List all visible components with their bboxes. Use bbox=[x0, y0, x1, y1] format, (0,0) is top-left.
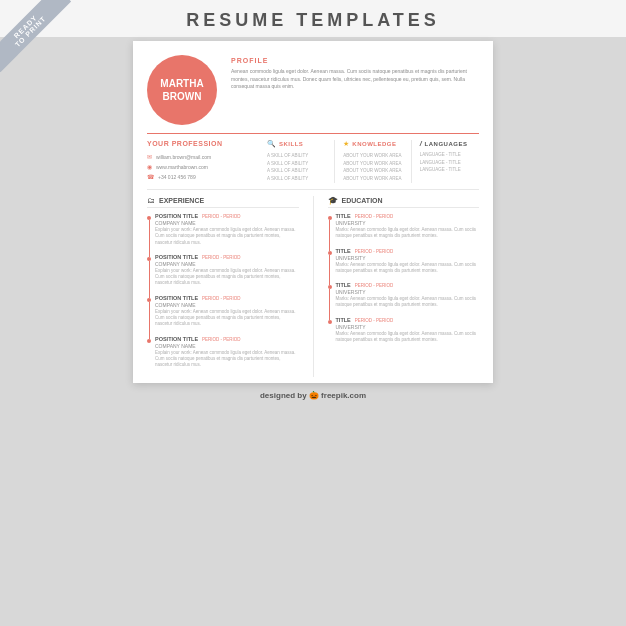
languages-col: / LANGUAGES LANGUAGE - TITLE LANGUAGE - … bbox=[420, 140, 479, 183]
phone-icon: ☎ bbox=[147, 173, 154, 180]
school-1: UNIVERSITY bbox=[336, 220, 480, 226]
job-content-4: POSITION TITLE PERIOD - PERIOD COMPANY N… bbox=[155, 336, 299, 369]
profession-title: YOUR PROFESSION bbox=[147, 140, 257, 147]
divider-v1 bbox=[334, 140, 335, 183]
job-item-1: POSITION TITLE PERIOD - PERIOD COMPANY N… bbox=[147, 213, 299, 246]
footer-text: designed by 🎃 freepik.com bbox=[260, 391, 366, 400]
job-desc-4: Explain your work: Aenean commodo ligula… bbox=[155, 350, 299, 369]
search-icon: 🔍 bbox=[267, 140, 276, 148]
skills-header: 🔍 SKILLS bbox=[267, 140, 326, 148]
timeline-line bbox=[329, 220, 330, 251]
education-header: 🎓 EDUCATION bbox=[328, 196, 480, 208]
contact-email: ✉ william.brown@mail.com bbox=[147, 153, 257, 160]
edu-title-1: TITLE bbox=[336, 213, 351, 219]
profile-section: PROFILE Aenean commodo ligula eget dolor… bbox=[231, 55, 479, 125]
language-1: LANGUAGE - TITLE bbox=[420, 152, 479, 157]
timeline-line bbox=[149, 220, 150, 257]
experience-header: 🗂 EXPERIENCE bbox=[147, 196, 299, 208]
profile-text: Aenean commodo ligula eget dolor. Aenean… bbox=[231, 68, 479, 91]
language-3: LANGUAGE - TITLE bbox=[420, 167, 479, 172]
experience-label: EXPERIENCE bbox=[159, 197, 204, 204]
job-content-1: POSITION TITLE PERIOD - PERIOD COMPANY N… bbox=[155, 213, 299, 246]
email-text: william.brown@mail.com bbox=[156, 154, 211, 160]
edu-content-1: TITLE PERIOD - PERIOD UNIVERSITY Marks: … bbox=[336, 213, 480, 240]
edu-item-2: TITLE PERIOD - PERIOD UNIVERSITY Marks: … bbox=[328, 248, 480, 275]
knowledge-4: ABOUT YOUR WORK AREA bbox=[343, 176, 402, 181]
resume-header: MARTHABROWN PROFILE Aenean commodo ligul… bbox=[133, 41, 493, 133]
edu-item-3: TITLE PERIOD - PERIOD UNIVERSITY Marks: … bbox=[328, 282, 480, 309]
company-4: COMPANY NAME bbox=[155, 343, 299, 349]
job-title-1: POSITION TITLE bbox=[155, 213, 198, 219]
timeline-line bbox=[329, 255, 330, 286]
job-title-row-1: POSITION TITLE PERIOD - PERIOD bbox=[155, 213, 299, 219]
skill-2: A SKILL OF ABILITY bbox=[267, 161, 326, 166]
job-content-2: POSITION TITLE PERIOD - PERIOD COMPANY N… bbox=[155, 254, 299, 287]
edu-desc-1: Marks: Aenean commodo ligula eget dolor.… bbox=[336, 227, 480, 240]
knowledge-3: ABOUT YOUR WORK AREA bbox=[343, 168, 402, 173]
resume-card: MARTHABROWN PROFILE Aenean commodo ligul… bbox=[133, 41, 493, 383]
edu-desc-4: Marks: Aenean commodo ligula eget dolor.… bbox=[336, 331, 480, 344]
knowledge-header: ★ KNOWLEDGE bbox=[343, 140, 402, 148]
job-title-4: POSITION TITLE bbox=[155, 336, 198, 342]
company-3: COMPANY NAME bbox=[155, 302, 299, 308]
company-1: COMPANY NAME bbox=[155, 220, 299, 226]
phone-text: +34 012 456 789 bbox=[158, 174, 196, 180]
job-title-row-2: POSITION TITLE PERIOD - PERIOD bbox=[155, 254, 299, 260]
edu-content-2: TITLE PERIOD - PERIOD UNIVERSITY Marks: … bbox=[336, 248, 480, 275]
timeline-dot bbox=[147, 339, 151, 343]
page-footer: designed by 🎃 freepik.com bbox=[260, 391, 366, 400]
skills-col: 🔍 SKILLS A SKILL OF ABILITY A SKILL OF A… bbox=[267, 140, 326, 183]
info-row: YOUR PROFESSION ✉ william.brown@mail.com… bbox=[133, 134, 493, 189]
job-item-2: POSITION TITLE PERIOD - PERIOD COMPANY N… bbox=[147, 254, 299, 287]
briefcase-icon: 🗂 bbox=[147, 196, 155, 205]
company-2: COMPANY NAME bbox=[155, 261, 299, 267]
timeline-line bbox=[149, 261, 150, 298]
star-icon: ★ bbox=[343, 140, 349, 148]
vertical-divider bbox=[313, 196, 314, 377]
skills-knowledge-languages: 🔍 SKILLS A SKILL OF ABILITY A SKILL OF A… bbox=[267, 140, 479, 183]
education-col: 🎓 EDUCATION TITLE PERIOD - PERIOD UNIVER… bbox=[328, 196, 480, 377]
timeline-line bbox=[329, 289, 330, 320]
job-title-row-3: POSITION TITLE PERIOD - PERIOD bbox=[155, 295, 299, 301]
job-title-3: POSITION TITLE bbox=[155, 295, 198, 301]
profile-label: PROFILE bbox=[231, 57, 479, 64]
knowledge-2: ABOUT YOUR WORK AREA bbox=[343, 161, 402, 166]
timeline-line bbox=[149, 302, 150, 339]
contact-website: ◉ www.marthabrown.com bbox=[147, 163, 257, 170]
job-desc-1: Explain your work: Aenean commodo ligula… bbox=[155, 227, 299, 246]
school-2: UNIVERSITY bbox=[336, 255, 480, 261]
edu-desc-2: Marks: Aenean commodo ligula eget dolor.… bbox=[336, 262, 480, 275]
edu-date-1: PERIOD - PERIOD bbox=[355, 214, 394, 219]
edu-content-3: TITLE PERIOD - PERIOD UNIVERSITY Marks: … bbox=[336, 282, 480, 309]
edu-title-row-4: TITLE PERIOD - PERIOD bbox=[336, 317, 480, 323]
job-title-row-4: POSITION TITLE PERIOD - PERIOD bbox=[155, 336, 299, 342]
edu-item-1: TITLE PERIOD - PERIOD UNIVERSITY Marks: … bbox=[328, 213, 480, 240]
school-4: UNIVERSITY bbox=[336, 324, 480, 330]
website-icon: ◉ bbox=[147, 163, 152, 170]
school-3: UNIVERSITY bbox=[336, 289, 480, 295]
job-item-4: POSITION TITLE PERIOD - PERIOD COMPANY N… bbox=[147, 336, 299, 369]
bottom-section: 🗂 EXPERIENCE POSITION TITLE PERIOD - PER… bbox=[133, 190, 493, 383]
job-title-2: POSITION TITLE bbox=[155, 254, 198, 260]
divider-v2 bbox=[411, 140, 412, 183]
page-title: RESUME TEMPLATES bbox=[0, 10, 626, 31]
knowledge-col: ★ KNOWLEDGE ABOUT YOUR WORK AREA ABOUT Y… bbox=[343, 140, 402, 183]
edu-title-row-3: TITLE PERIOD - PERIOD bbox=[336, 282, 480, 288]
graduation-icon: 🎓 bbox=[328, 196, 338, 205]
languages-header: / LANGUAGES bbox=[420, 140, 479, 147]
education-label: EDUCATION bbox=[342, 197, 383, 204]
job-desc-2: Explain your work: Aenean commodo ligula… bbox=[155, 268, 299, 287]
job-date-1: PERIOD - PERIOD bbox=[202, 214, 241, 219]
skill-4: A SKILL OF ABILITY bbox=[267, 176, 326, 181]
top-banner: RESUME TEMPLATES bbox=[0, 0, 626, 37]
edu-date-2: PERIOD - PERIOD bbox=[355, 249, 394, 254]
email-icon: ✉ bbox=[147, 153, 152, 160]
edu-title-3: TITLE bbox=[336, 282, 351, 288]
job-content-3: POSITION TITLE PERIOD - PERIOD COMPANY N… bbox=[155, 295, 299, 328]
job-date-4: PERIOD - PERIOD bbox=[202, 337, 241, 342]
languages-slash-icon: / bbox=[420, 140, 422, 147]
avatar: MARTHABROWN bbox=[147, 55, 217, 125]
ribbon-text: READYTO PRINT bbox=[0, 0, 71, 72]
knowledge-1: ABOUT YOUR WORK AREA bbox=[343, 153, 402, 158]
skill-1: A SKILL OF ABILITY bbox=[267, 153, 326, 158]
